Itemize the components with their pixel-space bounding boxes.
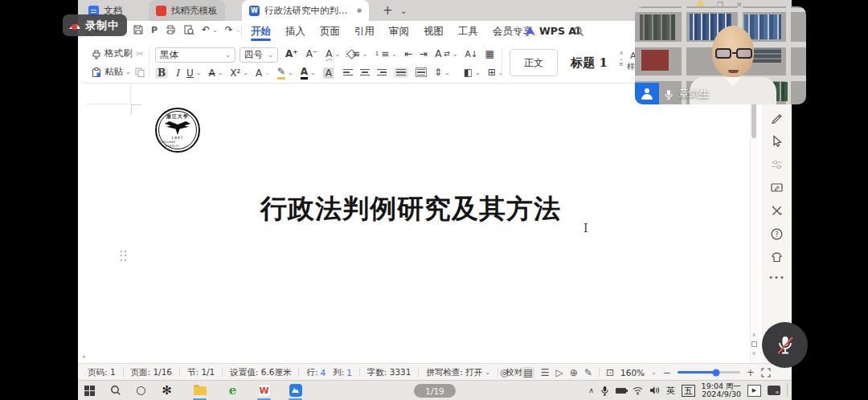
tools-button[interactable] xyxy=(770,203,784,218)
more-tools-button[interactable]: ••• xyxy=(768,273,785,282)
tab-start[interactable]: 开始 xyxy=(250,21,272,42)
font-name-select[interactable]: 黑体 ⌄ xyxy=(155,47,235,63)
cursor-select-button[interactable] xyxy=(770,133,784,148)
justify-button[interactable] xyxy=(394,67,408,78)
italic-button[interactable]: I xyxy=(175,67,179,79)
file-explorer-button[interactable] xyxy=(192,381,207,400)
strikethrough-button[interactable]: A⌄ xyxy=(208,67,223,79)
status-pages[interactable]: 页面: 1/16 xyxy=(131,367,172,378)
zoom-slider-knob[interactable] xyxy=(713,369,720,376)
style-body-button[interactable]: 正文 xyxy=(510,49,558,76)
undo-caret-icon[interactable]: ⌄ xyxy=(212,27,218,34)
bold-button[interactable]: B xyxy=(155,67,168,79)
save-icon[interactable] xyxy=(133,24,144,35)
numbered-list-button[interactable]: 1≡⌄ xyxy=(375,48,397,59)
search-icon[interactable] xyxy=(573,26,584,37)
style-heading1-button[interactable]: 标题 1 xyxy=(563,49,616,76)
format-painter-button[interactable]: 格式刷 xyxy=(91,47,133,59)
fit-page-icon[interactable]: ⊡ xyxy=(606,367,614,378)
align-left-icon[interactable] xyxy=(343,69,353,76)
taskbar-search-button[interactable] xyxy=(108,381,123,400)
browser-button[interactable]: e xyxy=(225,381,240,400)
print-preview-icon[interactable] xyxy=(183,24,194,35)
paste-button[interactable]: 粘贴 ⌄ xyxy=(91,66,131,78)
screen-share-tray-icon[interactable] xyxy=(768,386,780,395)
scroll-down-icon[interactable]: ∨ xyxy=(751,350,755,357)
participant-view-button[interactable] xyxy=(635,83,659,104)
zoom-out-icon[interactable]: − xyxy=(663,367,671,378)
zoom-caret-icon[interactable]: ⌄ xyxy=(651,369,657,376)
style-gallery-arrows[interactable]: ∧ ⌄ ≡ xyxy=(619,51,624,67)
char-scale-button[interactable]: A⇄⌄ xyxy=(435,48,457,59)
show-desktop-divider[interactable] xyxy=(787,384,788,397)
char-shading-button[interactable]: A xyxy=(323,67,334,79)
scroll-nav-buttons[interactable]: ∧ ∨ xyxy=(748,332,760,357)
speaker-icon[interactable] xyxy=(649,386,660,395)
sort-button[interactable]: A↓ xyxy=(465,49,478,59)
outline-view-icon[interactable]: ☰ xyxy=(541,367,550,378)
underline-button[interactable]: U⌄ xyxy=(186,67,202,79)
status-spellcheck[interactable]: 拼写检查: 打开⌄ xyxy=(426,367,490,378)
meeting-app-button[interactable] xyxy=(288,381,303,400)
fullscreen-icon[interactable] xyxy=(761,368,771,378)
mic-muted-button[interactable] xyxy=(762,322,808,368)
scroll-up-icon[interactable]: ∧ xyxy=(751,332,755,338)
align-center-icon[interactable] xyxy=(360,69,370,76)
zoom-slider[interactable] xyxy=(678,371,740,373)
start-button[interactable] xyxy=(82,381,97,400)
whiteboard-button[interactable] xyxy=(770,180,784,194)
ime-indicator[interactable]: 五 xyxy=(682,385,695,397)
taskbar-clock[interactable]: 19:04 周一 2024/9/30 xyxy=(702,382,741,399)
battery-icon[interactable] xyxy=(616,388,626,394)
line-spacing-button[interactable]: ⇕⌄ xyxy=(434,67,450,78)
annotate-pen-button[interactable] xyxy=(770,110,784,124)
edit-mode-icon[interactable]: ✎ xyxy=(584,367,592,378)
wps-app-button[interactable]: W xyxy=(256,381,272,400)
increase-indent-icon[interactable]: ⇥ xyxy=(420,48,428,59)
help-button[interactable]: ? xyxy=(770,227,784,241)
zoom-in-icon[interactable]: + xyxy=(747,367,755,378)
page-setup-grid-icon[interactable]: ▦ xyxy=(485,48,494,59)
status-word-count[interactable]: 字数: 3331 xyxy=(367,367,411,378)
tab-review[interactable]: 审阅 xyxy=(388,21,410,42)
eye-protect-icon[interactable]: ◎ xyxy=(500,367,508,378)
tab-list-caret-icon[interactable]: ⌄ xyxy=(393,0,414,21)
superscript-button[interactable]: X²⌄ xyxy=(230,67,248,79)
tab-reference[interactable]: 引用 xyxy=(354,21,375,42)
show-hidden-icons[interactable]: ∧ xyxy=(589,386,595,394)
tab-document-active[interactable]: W 行政法研究中的判例解释.doc ● xyxy=(242,0,369,21)
tab-page[interactable]: 页面 xyxy=(319,21,341,42)
shading-button[interactable]: ◧⌄ xyxy=(464,67,481,78)
tab-template[interactable]: 找稻壳模板 xyxy=(149,0,225,21)
status-page-number[interactable]: 页码: 1 xyxy=(88,367,116,378)
paragraph-drag-handle[interactable] xyxy=(119,249,128,263)
print-layout-view-icon[interactable]: ▤ xyxy=(522,367,534,378)
align-right-icon[interactable] xyxy=(377,69,387,76)
tab-view[interactable]: 视图 xyxy=(423,21,444,42)
grow-font-button[interactable]: A⁺ xyxy=(285,48,298,59)
pinwheel-app-button[interactable]: ✻ xyxy=(159,381,174,400)
read-mode-icon[interactable]: ▷ xyxy=(556,367,563,378)
cortana-button[interactable] xyxy=(133,381,149,400)
print-icon[interactable] xyxy=(165,24,176,35)
web-layout-icon[interactable]: ⊕ xyxy=(570,367,578,378)
gallery-more-icon[interactable]: ≡ xyxy=(619,62,624,67)
status-section[interactable]: 节: 1/1 xyxy=(187,367,215,378)
highlight-button[interactable]: ✎⌄ xyxy=(277,66,293,80)
copy-icon[interactable] xyxy=(134,67,145,78)
zoom-level[interactable]: 160% xyxy=(620,368,645,378)
wifi-icon[interactable] xyxy=(633,386,643,395)
distribute-icon[interactable] xyxy=(416,67,427,77)
tab-insert[interactable]: 插入 xyxy=(285,21,306,42)
tray-mic-icon[interactable] xyxy=(600,386,609,396)
webcam-video[interactable]: 章剑生 xyxy=(635,6,806,104)
document-page[interactable]: 浙江大学 1897 ZHEJIANG UNIVERSITY 行政法判例研究及其方… xyxy=(78,84,792,363)
theme-skin-button[interactable] xyxy=(770,250,784,264)
hscroll-left-icon[interactable]: ◂ xyxy=(82,353,85,360)
wps-ai-button[interactable]: WPS AI xyxy=(525,25,580,37)
font-color-button[interactable]: A⌄ xyxy=(301,66,316,80)
undo-icon[interactable]: ↶ xyxy=(202,24,210,35)
status-setting[interactable]: 设置值: 6.6厘米 xyxy=(230,367,291,378)
bullet-list-button[interactable]: ⋮≡⌄ xyxy=(343,48,368,59)
video-tray-button[interactable]: ▶ xyxy=(747,385,761,397)
